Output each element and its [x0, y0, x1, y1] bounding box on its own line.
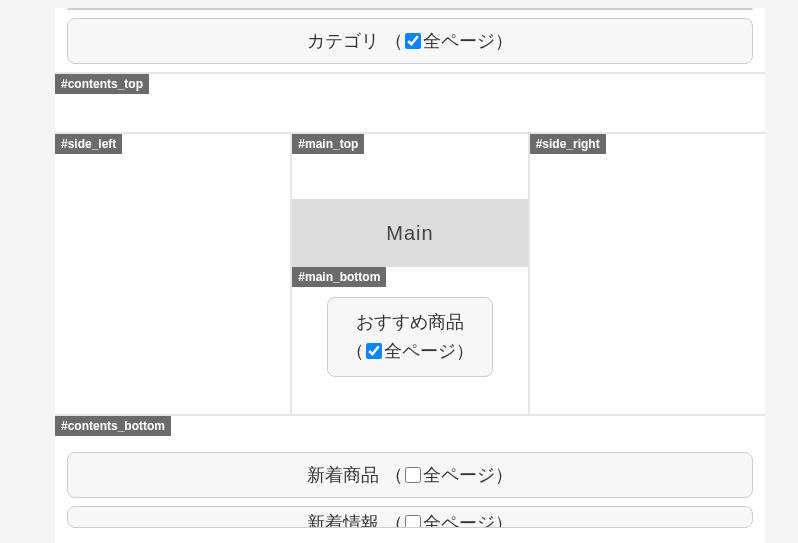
main-label: Main: [386, 222, 433, 245]
paren-open: （: [385, 31, 403, 51]
contents-top-region[interactable]: #contents_top: [55, 72, 765, 132]
paren-open: （: [385, 465, 403, 485]
recommend-allpages-checkbox[interactable]: [366, 343, 382, 359]
main-block[interactable]: Main: [292, 199, 527, 267]
category-label: カテゴリ: [307, 31, 379, 51]
new-products-allpages-checkbox[interactable]: [405, 467, 421, 483]
new-info-label: 新着情報: [307, 513, 379, 528]
main-bottom-label: #main_bottom: [292, 267, 386, 287]
category-allpages-checkbox[interactable]: [405, 33, 421, 49]
side-left-region[interactable]: #side_left: [55, 134, 292, 414]
paren-close: ）: [495, 465, 513, 485]
new-info-allpages-checkbox[interactable]: [405, 515, 421, 528]
paren-open: （: [385, 513, 403, 528]
side-right-region[interactable]: #side_right: [528, 134, 765, 414]
main-top-region[interactable]: #main_top: [292, 134, 527, 199]
contents-top-label: #contents_top: [55, 74, 149, 94]
paren-close: ）: [495, 513, 513, 528]
main-top-label: #main_top: [292, 134, 364, 154]
side-left-label: #side_left: [55, 134, 122, 154]
new-products-block[interactable]: 新着商品 （全ページ）: [67, 452, 753, 498]
category-block[interactable]: カテゴリ （全ページ）: [67, 18, 753, 64]
paren-open: （: [346, 341, 364, 361]
side-right-label: #side_right: [530, 134, 606, 154]
new-products-checkbox-label: 全ページ: [423, 465, 495, 485]
recommend-label: おすすめ商品: [356, 312, 464, 332]
paren-close: ）: [456, 341, 474, 361]
new-products-label: 新着商品: [307, 465, 379, 485]
recommend-block[interactable]: おすすめ商品 （全ページ）: [327, 297, 493, 377]
main-bottom-region[interactable]: #main_bottom おすすめ商品 （全ページ）: [292, 267, 527, 414]
contents-bottom-label: #contents_bottom: [55, 416, 171, 436]
new-info-checkbox-label: 全ページ: [423, 513, 495, 528]
recommend-checkbox-label: 全ページ: [384, 341, 456, 361]
contents-bottom-region[interactable]: #contents_bottom 新着商品 （全ページ） 新着情報 （全ページ）: [55, 414, 765, 543]
new-info-block[interactable]: 新着情報 （全ページ）: [67, 506, 753, 528]
category-checkbox-label: 全ページ: [423, 31, 495, 51]
paren-close: ）: [495, 31, 513, 51]
top-empty-block[interactable]: [67, 8, 753, 10]
